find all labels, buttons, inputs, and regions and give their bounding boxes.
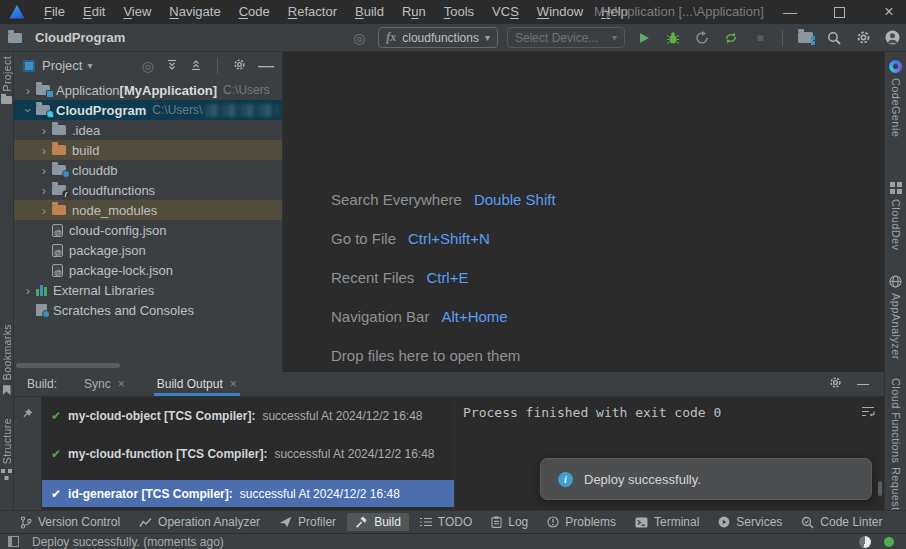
tree-item-node-modules[interactable]: ›node_modules	[14, 200, 282, 220]
tree-item-package-lock-json[interactable]: package-lock.json	[14, 260, 282, 280]
device-manager-button[interactable]	[795, 28, 815, 48]
toolwindow-button-operation-analyzer[interactable]: Operation Analyzer	[131, 513, 268, 531]
tree-item-cloudfunctions[interactable]: ›fcloudfunctions	[14, 180, 282, 200]
header-divider	[217, 58, 218, 74]
hide-panel-icon[interactable]: —	[258, 57, 274, 75]
tree-chevron-icon[interactable]: ›	[20, 284, 36, 297]
locate-file-icon[interactable]: ◎	[142, 59, 154, 73]
tree-item-idea[interactable]: ›.idea	[14, 120, 282, 140]
tree-chevron-icon[interactable]: ›	[36, 204, 52, 217]
tab-sync[interactable]: Sync×	[81, 372, 128, 396]
update-run-button[interactable]	[721, 28, 741, 48]
build-result-row[interactable]: ✔id-generator [TCS Compiler]:successful …	[42, 480, 454, 507]
pin-icon[interactable]	[21, 406, 34, 510]
menu-build[interactable]: Build	[346, 0, 393, 24]
tree-item-external-libraries[interactable]: ›External Libraries	[14, 280, 282, 300]
tree-item-application-myapplication[interactable]: ›Application [MyApplication]C:\Users	[14, 80, 282, 100]
tool-window-bar: Version ControlOperation AnalyzerProfile…	[0, 510, 906, 533]
menu-window[interactable]: Window	[528, 0, 592, 24]
menu-vcs[interactable]: VCS	[483, 0, 528, 24]
deploy-notification[interactable]: i Deploy successfully.	[540, 458, 872, 500]
minimize-button[interactable]: —	[773, 0, 807, 24]
gear-icon	[856, 30, 871, 45]
tool-stripe-cloud-functions-requestor[interactable]: Cloud Functions Requestor	[885, 378, 906, 510]
collapse-all-icon[interactable]	[190, 57, 202, 75]
soft-wrap-icon[interactable]	[861, 404, 875, 422]
tree-chevron-icon[interactable]: ›	[36, 164, 52, 177]
menu-code[interactable]: Code	[230, 0, 279, 24]
tool-stripe-structure[interactable]: Structure	[0, 418, 13, 480]
toolwindow-button-todo[interactable]: TODO	[412, 513, 480, 531]
tree-chevron-icon[interactable]: ›	[20, 84, 36, 97]
toolwindow-button-problems[interactable]: Problems	[539, 513, 624, 531]
maximize-button[interactable]	[822, 0, 856, 24]
shortcut-keys: Double Shift	[474, 191, 556, 208]
toolwindow-button-label: Problems	[565, 515, 616, 529]
panel-settings-icon[interactable]	[233, 57, 246, 75]
json-file-icon	[52, 244, 63, 257]
scratches-icon	[36, 304, 47, 316]
tool-stripe-project[interactable]: Project	[0, 56, 13, 104]
menu-file[interactable]: File	[35, 0, 74, 24]
toolwindow-button-log[interactable]: Log	[483, 513, 536, 531]
menu-tools[interactable]: Tools	[435, 0, 483, 24]
build-result-row[interactable]: ✔my-cloud-function [TCS Compiler]:succes…	[42, 442, 454, 465]
close-icon[interactable]: ×	[118, 378, 125, 390]
toolwindow-button-code-linter[interactable]: Code Linter	[793, 513, 890, 531]
search-everywhere-button[interactable]	[824, 28, 844, 48]
success-check-icon: ✔	[51, 447, 61, 461]
code-linter-icon	[801, 516, 814, 529]
toolwindow-button-version-control[interactable]: Version Control	[12, 513, 128, 531]
tree-item-cloudprogram[interactable]: ›CloudProgramC:\Users\	[14, 100, 282, 120]
expand-all-icon[interactable]	[166, 57, 178, 75]
toolwindow-button-build[interactable]: Build	[347, 513, 409, 531]
build-console[interactable]: Process finished with exit code 0 i Depl…	[455, 397, 884, 510]
toolwindow-button-services[interactable]: Services	[710, 513, 790, 531]
device-manager-icon	[798, 32, 813, 43]
tree-chevron-icon[interactable]: ›	[36, 144, 52, 157]
project-view-icon	[23, 60, 35, 72]
menu-view[interactable]: View	[114, 0, 160, 24]
tool-window-toggle-icon[interactable]	[8, 536, 19, 547]
menu-refactor[interactable]: Refactor	[279, 0, 346, 24]
tree-item-cloud-config-json[interactable]: cloud-config.json	[14, 220, 282, 240]
horizontal-scrollbar[interactable]	[16, 363, 120, 368]
build-result-row[interactable]: ✔my-cloud-object [TCS Compiler]:successf…	[42, 404, 454, 427]
tree-item-package-json[interactable]: package.json	[14, 240, 282, 260]
tab-build-output[interactable]: Build Output×	[154, 372, 240, 396]
hide-build-panel-icon[interactable]: —	[857, 377, 869, 391]
close-button[interactable]: ×	[872, 0, 906, 24]
close-icon[interactable]: ×	[230, 378, 237, 390]
tool-stripe-bookmarks[interactable]: Bookmarks	[0, 324, 13, 395]
menu-navigate[interactable]: Navigate	[160, 0, 229, 24]
tree-item-label-bold: CloudProgram	[56, 103, 146, 118]
tool-stripe-codegenie[interactable]: CodeGenie	[885, 60, 906, 137]
console-scrollbar[interactable]	[878, 481, 882, 496]
tree-chevron-icon[interactable]: ›	[22, 102, 35, 118]
device-select[interactable]: Select Device... ▾	[507, 27, 625, 48]
stop-button[interactable]: ■	[750, 28, 770, 48]
toolwindow-button-label: Log	[508, 515, 528, 529]
toolwindow-button-profiler[interactable]: Profiler	[271, 513, 344, 531]
codegenie-status-icon[interactable]	[859, 536, 871, 548]
project-view-selector[interactable]: Project	[42, 58, 82, 73]
locate-icon[interactable]: ◎	[349, 28, 369, 48]
right-tool-stripe: CodeGenieCloudDevAppAnalyzerCloud Functi…	[884, 52, 906, 510]
debug-button[interactable]	[663, 28, 683, 48]
settings-button[interactable]	[853, 28, 873, 48]
run-config-select[interactable]: fx cloudfunctions ▾	[378, 27, 498, 48]
tree-chevron-icon[interactable]: ›	[36, 124, 52, 137]
run-button[interactable]	[634, 28, 654, 48]
tree-item-scratches-and-consoles[interactable]: Scratches and Consoles	[14, 300, 282, 320]
tree-chevron-icon[interactable]: ›	[36, 184, 52, 197]
toolwindow-button-terminal[interactable]: Terminal	[627, 513, 707, 531]
tree-item-clouddb[interactable]: ›clouddb	[14, 160, 282, 180]
profile-button[interactable]	[882, 28, 902, 48]
tool-stripe-appanalyzer[interactable]: AppAnalyzer	[885, 275, 906, 360]
menu-edit[interactable]: Edit	[74, 0, 114, 24]
build-settings-icon[interactable]	[829, 376, 842, 392]
tool-stripe-clouddev[interactable]: CloudDev	[885, 182, 906, 251]
attach-debugger-button[interactable]	[692, 28, 712, 48]
menu-run[interactable]: Run	[393, 0, 435, 24]
tree-item-build[interactable]: ›build	[14, 140, 282, 160]
